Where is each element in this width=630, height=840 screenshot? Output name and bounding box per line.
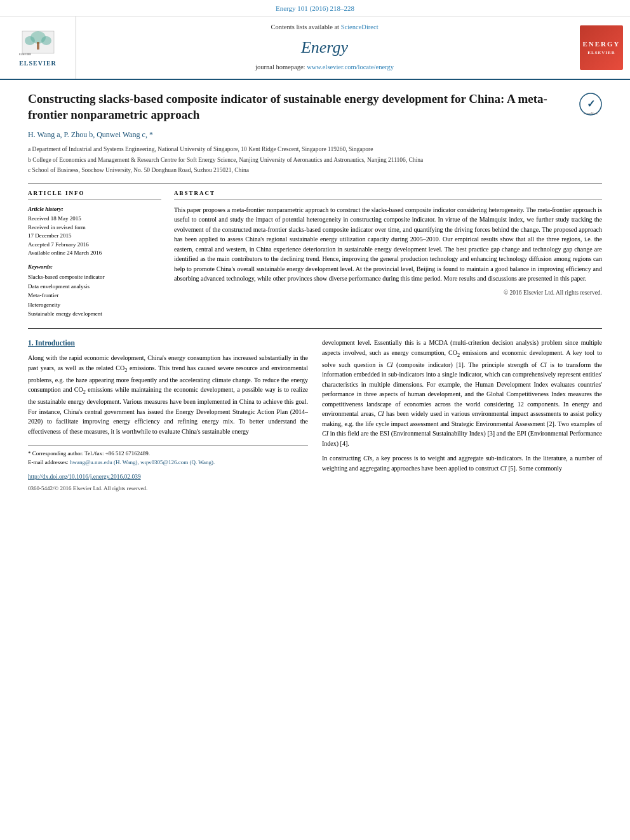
header-divider (28, 183, 602, 184)
affiliations: a Department of Industrial and Systems E… (28, 145, 602, 175)
keywords-section: Keywords: Slacks-based composite indicat… (28, 263, 161, 319)
affiliation-a: a Department of Industrial and Systems E… (28, 145, 602, 154)
elsevier-label: ELSEVIER (19, 59, 57, 68)
svg-text:✓: ✓ (587, 98, 595, 109)
badge-title: ENERGY (582, 39, 620, 49)
abstract-text: This paper proposes a meta-frontier nonp… (174, 205, 602, 284)
corresponding-author-note: * Corresponding author. Tel./fax: +86 51… (28, 450, 308, 458)
article-info-abstract: ARTICLE INFO Article history: Received 1… (28, 189, 602, 318)
journal-reference: Energy 101 (2016) 218–228 (0, 0, 630, 17)
email-footnote: E-mail addresses: hwang@u.nus.edu (H. Wa… (28, 458, 308, 467)
paper-content: Constructing slacks-based composite indi… (0, 80, 630, 505)
article-history: Article history: Received 18 May 2015 Re… (28, 205, 161, 258)
body-right-col: development level. Essentially this is a… (322, 338, 602, 492)
keyword-1: Slacks-based composite indicator (28, 272, 161, 281)
crossmark-icon: ✓ CrossMark (579, 93, 602, 116)
authors-line: H. Wang a, P. Zhou b, Qunwei Wang c, * (28, 130, 602, 140)
doi-link[interactable]: http://dx.doi.org/10.1016/j.energy.2016.… (28, 474, 141, 480)
homepage-line: journal homepage: www.elsevier.com/locat… (255, 63, 394, 72)
history-accepted: Accepted 7 February 2016 (28, 241, 161, 250)
intro-paragraph-1: Along with the rapid economic developmen… (28, 353, 308, 436)
svg-rect-2 (37, 42, 39, 50)
badge-subtitle: ELSEVIER (587, 50, 615, 57)
article-info-section: ARTICLE INFO Article history: Received 1… (28, 189, 161, 318)
keyword-2: Data envelopment analysis (28, 282, 161, 291)
history-online: Available online 24 March 2016 (28, 249, 161, 258)
homepage-link[interactable]: www.elsevier.com/locate/energy (307, 63, 394, 70)
svg-text:ELSEVIER: ELSEVIER (19, 53, 31, 56)
journal-header: ELSEVIER ELSEVIER Contents lists availab… (0, 17, 630, 80)
copyright-line: © 2016 Elsevier Ltd. All rights reserved… (174, 289, 602, 297)
sciencedirect-link[interactable]: ScienceDirect (341, 23, 379, 30)
intro-heading: 1. Introduction (28, 338, 308, 348)
keyword-5: Sustainable energy development (28, 309, 161, 318)
abstract-section: ABSTRACT This paper proposes a meta-fron… (174, 189, 602, 318)
journal-title: Energy (301, 36, 348, 59)
journal-center: Contents lists available at ScienceDirec… (76, 17, 573, 79)
email-links[interactable]: hwang@u.nus.edu (H. Wang), wqw0305@126.c… (70, 459, 215, 465)
paper-title: Constructing slacks-based composite indi… (28, 91, 570, 123)
body-divider (28, 328, 602, 329)
intro-paragraph-3: In constructing CIs, a key process is to… (322, 453, 602, 473)
issn-line: 0360-5442/© 2016 Elsevier Ltd. All right… (28, 484, 308, 493)
keywords-label: Keywords: (28, 263, 161, 271)
history-label: Article history: (28, 205, 161, 213)
intro-paragraph-2: development level. Essentially this is a… (322, 338, 602, 448)
body-content: 1. Introduction Along with the rapid eco… (28, 338, 602, 492)
paper-title-row: Constructing slacks-based composite indi… (28, 91, 602, 123)
keyword-4: Heterogeneity (28, 300, 161, 309)
doi-footer: http://dx.doi.org/10.1016/j.energy.2016.… (28, 472, 308, 481)
svg-point-3 (25, 36, 35, 45)
contents-available-line: Contents lists available at ScienceDirec… (271, 23, 378, 32)
keyword-3: Meta-frontier (28, 291, 161, 300)
abstract-heading: ABSTRACT (174, 189, 602, 200)
journal-right: ENERGY ELSEVIER (573, 17, 630, 79)
body-left-col: 1. Introduction Along with the rapid eco… (28, 338, 308, 492)
elsevier-logo: ELSEVIER ELSEVIER (0, 17, 76, 79)
affiliation-c: c School of Business, Soochow University… (28, 166, 602, 175)
footnote-divider (28, 445, 308, 446)
svg-text:CrossMark: CrossMark (584, 112, 598, 115)
history-revised-label: Received in revised form (28, 223, 161, 232)
svg-point-4 (41, 36, 51, 45)
article-info-heading: ARTICLE INFO (28, 189, 161, 200)
energy-badge: ENERGY ELSEVIER (580, 25, 623, 70)
elsevier-tree-icon: ELSEVIER (16, 28, 60, 57)
history-received: Received 18 May 2015 (28, 215, 161, 223)
history-revised-date: 17 December 2015 (28, 232, 161, 241)
affiliation-b: b College of Economics and Management & … (28, 156, 602, 164)
